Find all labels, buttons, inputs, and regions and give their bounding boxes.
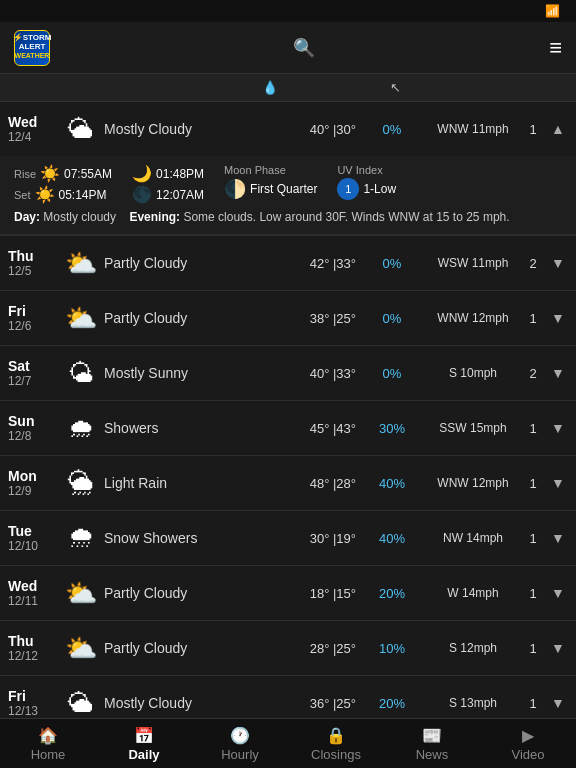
wind-val: NW 14mph: [428, 531, 518, 545]
uv-index-label: UV Index: [337, 164, 396, 176]
condition-text: Partly Cloudy: [104, 585, 276, 601]
set-label: Set: [14, 189, 31, 201]
nav-item-closings[interactable]: 🔒 Closings: [288, 719, 384, 768]
temp-hilo: 40° |33°: [276, 366, 356, 381]
moon-phase-name: First Quarter: [250, 182, 317, 196]
uv-val: 1: [518, 311, 548, 326]
nav-item-news[interactable]: 📰 News: [384, 719, 480, 768]
logo: ⚡STORMALERTWEATHER: [14, 30, 50, 66]
uv-val: 1: [518, 122, 548, 137]
nav-icon-news: 📰: [422, 726, 442, 745]
expand-icon[interactable]: ▼: [548, 475, 568, 491]
expand-icon[interactable]: ▼: [548, 695, 568, 711]
precip-val: 30%: [356, 421, 428, 436]
expand-icon[interactable]: ▼: [548, 255, 568, 271]
nav-icon-hourly: 🕐: [230, 726, 250, 745]
condition-text: Partly Cloudy: [104, 255, 276, 271]
expand-icon[interactable]: ▼: [548, 365, 568, 381]
weather-row-main[interactable]: Thu 12/12 ⛅ Partly Cloudy 28° |25° 10% S…: [0, 621, 576, 675]
weather-row[interactable]: Thu 12/12 ⛅ Partly Cloudy 28° |25° 10% S…: [0, 621, 576, 676]
weather-row-main[interactable]: Sun 12/8 🌧 Showers 45° |43° 30% SSW 15mp…: [0, 401, 576, 455]
uv-val: 1: [518, 421, 548, 436]
day-date: 12/6: [8, 319, 58, 333]
column-headers: 💧 ↖: [0, 74, 576, 102]
uv-index-value: 1-Low: [363, 182, 396, 196]
uv-val: 2: [518, 366, 548, 381]
expand-icon[interactable]: ▼: [548, 530, 568, 546]
nav-label-daily: Daily: [128, 747, 159, 762]
expand-icon[interactable]: ▼: [548, 310, 568, 326]
wind-val: WNW 12mph: [428, 311, 518, 325]
temp-hilo: 42° |33°: [276, 256, 356, 271]
nav-item-video[interactable]: ▶ Video: [480, 719, 576, 768]
weather-row[interactable]: Mon 12/9 🌦 Light Rain 48° |28° 40% WNW 1…: [0, 456, 576, 511]
weather-row-main[interactable]: Mon 12/9 🌦 Light Rain 48° |28° 40% WNW 1…: [0, 456, 576, 510]
condition-text: Mostly Cloudy: [104, 121, 276, 137]
temp-hilo: 48° |28°: [276, 476, 356, 491]
precip-val: 0%: [356, 366, 428, 381]
day-date: 12/8: [8, 429, 58, 443]
nav-item-daily[interactable]: 📅 Daily: [96, 719, 192, 768]
weather-list: Wed 12/4 🌥 Mostly Cloudy 40° |30° 0% WNW…: [0, 102, 576, 731]
temp-hilo: 18° |15°: [276, 586, 356, 601]
set-icon: ☀️: [35, 185, 55, 204]
wind-val: S 12mph: [428, 641, 518, 655]
weather-row[interactable]: Thu 12/5 ⛅ Partly Cloudy 42° |33° 0% WSW…: [0, 236, 576, 291]
weather-row[interactable]: Tue 12/10 🌨 Snow Showers 30° |19° 40% NW…: [0, 511, 576, 566]
day-info: Thu 12/5: [8, 248, 58, 278]
temp-hilo: 40° |30°: [276, 122, 356, 137]
condition-text: Light Rain: [104, 475, 276, 491]
expand-icon[interactable]: ▼: [548, 640, 568, 656]
expand-icon[interactable]: ▼: [548, 420, 568, 436]
day-name: Wed: [8, 114, 58, 130]
menu-icon[interactable]: ≡: [549, 35, 562, 61]
status-bar: 📶: [0, 0, 576, 22]
nav-item-home[interactable]: 🏠 Home: [0, 719, 96, 768]
weather-row-main[interactable]: Fri 12/6 ⛅ Partly Cloudy 38° |25° 0% WNW…: [0, 291, 576, 345]
weather-row[interactable]: Sun 12/8 🌧 Showers 45° |43° 30% SSW 15mp…: [0, 401, 576, 456]
nav-icon-daily: 📅: [134, 726, 154, 745]
weather-row-main[interactable]: Tue 12/10 🌨 Snow Showers 30° |19° 40% NW…: [0, 511, 576, 565]
temp-hilo: 36° |25°: [276, 696, 356, 711]
search-icon[interactable]: 🔍: [293, 37, 315, 59]
condition-text: Mostly Sunny: [104, 365, 276, 381]
day-info: Mon 12/9: [8, 468, 58, 498]
precip-val: 0%: [356, 122, 428, 137]
nav-label-video: Video: [511, 747, 544, 762]
weather-row[interactable]: Wed 12/11 ⛅ Partly Cloudy 18° |15° 20% W…: [0, 566, 576, 621]
day-info: Wed 12/11: [8, 578, 58, 608]
day-info: Sun 12/8: [8, 413, 58, 443]
wind-val: WNW 11mph: [428, 122, 518, 136]
uv-val: 2: [518, 256, 548, 271]
nav-icon-closings: 🔒: [326, 726, 346, 745]
uv-index: UV Index 1 1-Low: [337, 164, 396, 200]
weather-row[interactable]: Fri 12/6 ⛅ Partly Cloudy 38° |25° 0% WNW…: [0, 291, 576, 346]
precip-val: 10%: [356, 641, 428, 656]
day-name: Thu: [8, 248, 58, 264]
wind-val: WSW 11mph: [428, 256, 518, 270]
nav-item-hourly[interactable]: 🕐 Hourly: [192, 719, 288, 768]
weather-row[interactable]: Wed 12/4 🌥 Mostly Cloudy 40° |30° 0% WNW…: [0, 102, 576, 236]
weather-row-main[interactable]: Wed 12/4 🌥 Mostly Cloudy 40° |30° 0% WNW…: [0, 102, 576, 156]
header-right: ≡: [549, 35, 562, 61]
uv-index-circle: 1: [337, 178, 359, 200]
moonrise-icon: 🌙: [132, 164, 152, 183]
condition-icon: 🌧: [64, 411, 98, 445]
condition-icon: 🌤: [64, 356, 98, 390]
day-date: 12/9: [8, 484, 58, 498]
wind-val: W 14mph: [428, 586, 518, 600]
day-name: Sat: [8, 358, 58, 374]
weather-row-main[interactable]: Sat 12/7 🌤 Mostly Sunny 40° |33° 0% S 10…: [0, 346, 576, 400]
day-name: Tue: [8, 523, 58, 539]
expand-icon[interactable]: ▼: [548, 585, 568, 601]
weather-row-main[interactable]: Thu 12/5 ⛅ Partly Cloudy 42° |33° 0% WSW…: [0, 236, 576, 290]
condition-text: Showers: [104, 420, 276, 436]
col-hilo-header: 💧: [198, 80, 278, 95]
collapse-icon[interactable]: ▲: [548, 121, 568, 137]
evening-label: Evening:: [129, 210, 183, 224]
day-name: Fri: [8, 303, 58, 319]
weather-row-main[interactable]: Wed 12/11 ⛅ Partly Cloudy 18° |15° 20% W…: [0, 566, 576, 620]
day-name: Wed: [8, 578, 58, 594]
weather-row[interactable]: Sat 12/7 🌤 Mostly Sunny 40° |33° 0% S 10…: [0, 346, 576, 401]
day-name: Sun: [8, 413, 58, 429]
